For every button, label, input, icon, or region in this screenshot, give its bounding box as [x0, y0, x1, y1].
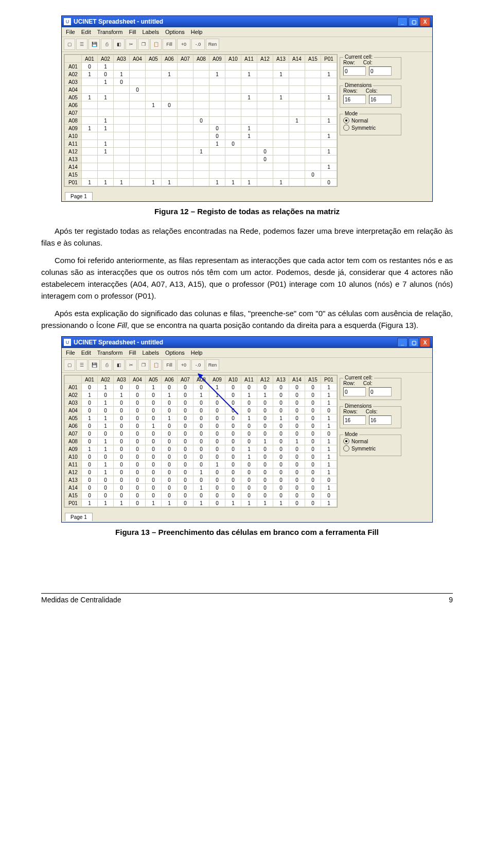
cell[interactable]: 0 [273, 492, 289, 499]
cell[interactable] [241, 63, 257, 71]
cell[interactable] [193, 71, 209, 78]
cell[interactable]: 0 [257, 484, 273, 492]
cell[interactable] [193, 63, 209, 71]
row-header[interactable]: A14 [65, 484, 82, 492]
cell[interactable] [178, 163, 193, 171]
cell[interactable] [241, 155, 257, 163]
cell[interactable]: 0 [305, 499, 321, 507]
col-header[interactable]: A06 [162, 376, 178, 384]
cell[interactable]: 1 [98, 414, 114, 422]
cell[interactable]: 1 [273, 94, 289, 101]
cell[interactable]: 1 [98, 140, 114, 148]
page-tab-1[interactable]: Page 1 [65, 192, 93, 200]
cell[interactable]: 0 [241, 461, 257, 468]
cell[interactable] [178, 101, 193, 109]
cell[interactable] [241, 86, 257, 94]
row-header[interactable]: A10 [65, 453, 82, 461]
cell[interactable] [321, 171, 337, 179]
cell[interactable] [193, 109, 209, 117]
cell[interactable]: 0 [162, 492, 178, 499]
cell[interactable]: 0 [98, 430, 114, 438]
tool-icon[interactable]: ◧ [113, 359, 125, 371]
row-header[interactable]: P01 [65, 179, 82, 186]
cell[interactable]: 0 [225, 492, 241, 499]
cell[interactable]: 0 [146, 430, 162, 438]
col-header[interactable]: P01 [321, 55, 337, 63]
cell[interactable]: 0 [146, 391, 162, 399]
cell[interactable]: 0 [130, 399, 146, 407]
cell[interactable]: 1 [321, 438, 337, 445]
cell[interactable] [289, 163, 305, 171]
cell[interactable]: 0 [321, 407, 337, 414]
cell[interactable] [305, 148, 321, 155]
cell[interactable]: 0 [305, 414, 321, 422]
cell[interactable] [209, 109, 225, 117]
cell[interactable] [225, 86, 241, 94]
cell[interactable] [241, 101, 257, 109]
cell[interactable]: 0 [289, 468, 305, 476]
cell[interactable]: 0 [257, 422, 273, 430]
row-header[interactable]: A09 [65, 125, 82, 132]
cell[interactable] [162, 109, 178, 117]
cell[interactable]: 0 [241, 430, 257, 438]
cell[interactable] [305, 109, 321, 117]
row-header[interactable]: A03 [65, 78, 82, 86]
cell[interactable] [130, 109, 146, 117]
cell[interactable] [82, 109, 98, 117]
mode-symmetric-radio[interactable]: Symmetric [343, 445, 398, 452]
cell[interactable] [209, 155, 225, 163]
page-tab-1[interactable]: Page 1 [65, 513, 93, 521]
cell[interactable]: 0 [114, 438, 130, 445]
cell[interactable]: 1 [82, 414, 98, 422]
cell[interactable] [209, 94, 225, 101]
maximize-button[interactable]: ▢ [409, 338, 419, 347]
row-header[interactable]: A01 [65, 384, 82, 391]
cell[interactable]: 0 [162, 422, 178, 430]
cell[interactable] [82, 86, 98, 94]
print-icon[interactable]: ⎙ [101, 359, 112, 371]
cell[interactable]: 0 [209, 453, 225, 461]
row-header[interactable]: A06 [65, 101, 82, 109]
cell[interactable] [82, 117, 98, 125]
cell[interactable] [289, 155, 305, 163]
cell[interactable]: 0 [82, 476, 98, 484]
cell[interactable]: 1 [146, 384, 162, 391]
col-header[interactable]: A06 [162, 55, 178, 63]
cell[interactable]: 0 [130, 430, 146, 438]
cell[interactable]: 1 [82, 94, 98, 101]
cell[interactable]: 1 [82, 71, 98, 78]
cell[interactable]: 1 [98, 117, 114, 125]
menu-help[interactable]: Help [191, 350, 203, 356]
cell[interactable] [225, 101, 241, 109]
cell[interactable]: 1 [321, 422, 337, 430]
cell[interactable]: 0 [114, 484, 130, 492]
cell[interactable]: 0 [209, 484, 225, 492]
cell[interactable]: 0 [225, 140, 241, 148]
cell[interactable] [305, 163, 321, 171]
cell[interactable] [162, 78, 178, 86]
cell[interactable]: 0 [130, 384, 146, 391]
cell[interactable]: 1 [82, 179, 98, 186]
titlebar[interactable]: U UCINET Spreadsheet - untitled _ ▢ X [62, 337, 432, 348]
cell[interactable] [146, 63, 162, 71]
cell[interactable] [241, 78, 257, 86]
cell[interactable]: 0 [130, 422, 146, 430]
cell[interactable] [178, 132, 193, 140]
cell[interactable]: 0 [130, 476, 146, 484]
cell[interactable]: 0 [225, 384, 241, 391]
col-header[interactable]: A09 [209, 376, 225, 384]
cell[interactable]: 0 [98, 453, 114, 461]
cell[interactable] [130, 117, 146, 125]
cell[interactable]: 0 [305, 492, 321, 499]
menu-file[interactable]: File [66, 350, 75, 356]
cell[interactable]: 0 [257, 492, 273, 499]
cell[interactable] [273, 109, 289, 117]
cell[interactable] [305, 94, 321, 101]
cell[interactable] [178, 78, 193, 86]
cell[interactable]: 0 [209, 438, 225, 445]
cell[interactable]: 1 [321, 148, 337, 155]
cell[interactable]: 1 [82, 499, 98, 507]
cell[interactable]: 0 [162, 453, 178, 461]
cell[interactable]: 1 [146, 179, 162, 186]
fill-button[interactable]: Fill [163, 39, 176, 50]
